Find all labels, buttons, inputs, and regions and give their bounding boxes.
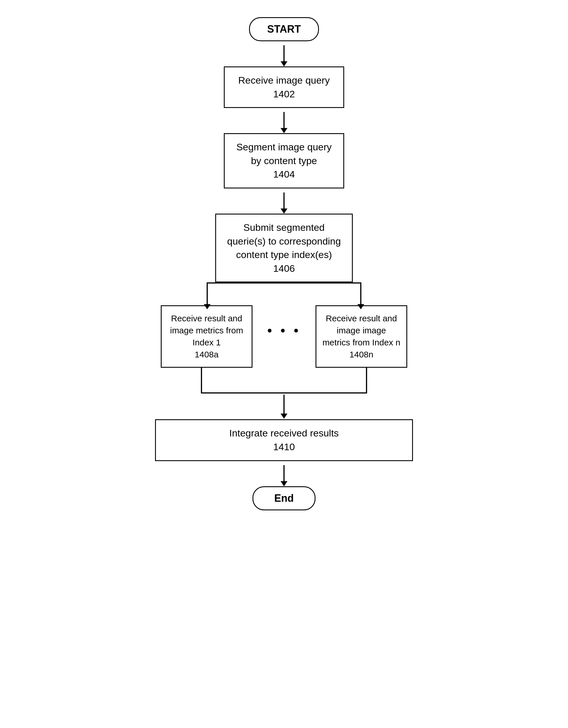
- arrow-3: [283, 192, 285, 210]
- ellipsis-text: • • •: [267, 322, 301, 338]
- end-node: End: [252, 486, 316, 510]
- branch-left: Receive result and image metrics from In…: [155, 305, 258, 368]
- ellipsis: • • •: [258, 305, 310, 338]
- flowchart-diagram: START Receive image query 1402 Segment i…: [112, 17, 456, 510]
- node-1406-label: Submit segmented querie(s) to correspond…: [225, 221, 343, 262]
- merge-center-arrow: [283, 395, 285, 415]
- arrow-1: [283, 45, 285, 62]
- node-1408a-label: Receive result and image metrics from In…: [167, 312, 246, 349]
- merge-left-vert: [201, 368, 202, 393]
- merge-section: [155, 368, 413, 393]
- node-1404-id: 1404: [233, 168, 335, 181]
- node-1408n-label: Receive result and image image metrics f…: [322, 312, 401, 349]
- node-1408n-id: 1408n: [322, 349, 401, 361]
- end-label: End: [274, 492, 294, 504]
- branch-boxes: Receive result and image metrics from In…: [155, 305, 413, 368]
- arrow-2: [283, 112, 285, 129]
- node-1408a-id: 1408a: [167, 349, 246, 361]
- node-1406: Submit segmented querie(s) to correspond…: [215, 214, 353, 282]
- node-1402: Receive image query 1402: [224, 66, 344, 108]
- branch-right: Receive result and image image metrics f…: [310, 305, 413, 368]
- arrow-4: [283, 465, 285, 482]
- merge-right-vert: [366, 368, 367, 393]
- start-label: START: [267, 23, 301, 35]
- horiz-bar: [207, 282, 361, 284]
- node-1408a: Receive result and image metrics from In…: [161, 305, 252, 368]
- node-1410-label: Integrate received results: [164, 426, 404, 440]
- node-1402-id: 1402: [233, 87, 335, 101]
- split-line-left: [207, 282, 208, 305]
- node-1408n: Receive result and image image metrics f…: [316, 305, 407, 368]
- node-1410: Integrate received results 1410: [155, 419, 413, 461]
- split-lines: [155, 282, 413, 305]
- node-1410-id: 1410: [164, 440, 404, 454]
- start-node: START: [249, 17, 319, 41]
- merge-horiz-bottom: [201, 392, 367, 393]
- branch-section: Receive result and image metrics from In…: [112, 282, 456, 393]
- node-1402-label: Receive image query: [233, 74, 335, 87]
- split-line-right: [360, 282, 361, 305]
- node-1404: Segment image query by content type 1404: [224, 133, 344, 188]
- node-1406-id: 1406: [225, 262, 343, 276]
- node-1404-label: Segment image query by content type: [233, 140, 335, 168]
